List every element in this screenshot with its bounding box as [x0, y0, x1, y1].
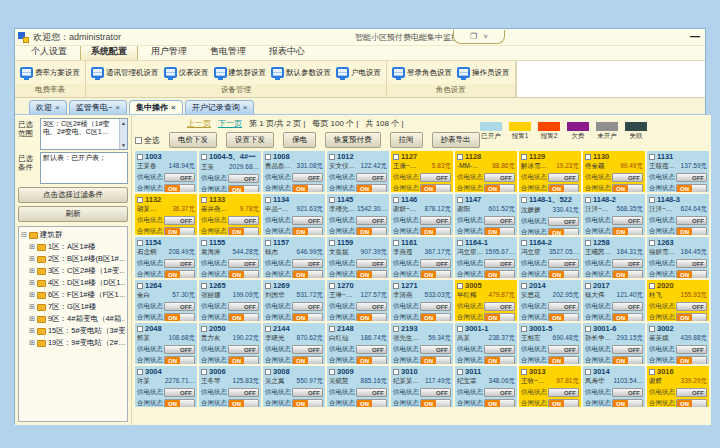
meter-checkbox[interactable]	[521, 283, 527, 289]
supply-toggle[interactable]: OFF	[164, 216, 195, 225]
meter-card[interactable]: 3013王牧~…97.81元供电状态OFF合闸状态ON	[519, 366, 581, 407]
meter-checkbox[interactable]	[329, 240, 335, 246]
supply-toggle[interactable]: OFF	[676, 173, 707, 182]
meter-card[interactable]: 3002崔英娥439.88元供电状态OFF合闸状态ON	[647, 323, 709, 364]
toolbar-button-恢复预付费[interactable]: 恢复预付费	[325, 132, 381, 148]
meter-card[interactable]: 2144李曙光870.62元供电状态OFF合闸状态ON	[263, 323, 325, 364]
supply-toggle[interactable]: OFF	[676, 302, 707, 311]
supply-toggle[interactable]: OFF	[420, 388, 451, 397]
meter-checkbox[interactable]	[649, 197, 655, 203]
meter-card[interactable]: 3001-1高某238.37元供电状态OFF合闸状态ON	[455, 323, 517, 364]
switch-toggle[interactable]: ON	[484, 356, 515, 364]
supply-toggle[interactable]: OFF	[292, 345, 323, 354]
meter-checkbox[interactable]	[137, 240, 143, 246]
expand-icon[interactable]: ⊞	[29, 253, 35, 265]
switch-toggle[interactable]: ON	[484, 313, 515, 321]
meter-card[interactable]: 1164-2冯立星3527.05…供电状态OFF合闸状态ON	[519, 237, 581, 278]
tab-close-icon[interactable]: ×	[115, 103, 120, 112]
meter-card[interactable]: 2014安思花202.95元供电状态OFF合闸状态ON	[519, 280, 581, 321]
selected-condition-box[interactable]: 默认表：已开户表；	[40, 152, 128, 184]
supply-toggle[interactable]: OFF	[164, 259, 195, 268]
supply-toggle[interactable]: OFF	[612, 259, 643, 268]
meter-card[interactable]: 3001-5王相宏690.48元供电状态OFF合闸状态ON	[519, 323, 581, 364]
expand-icon[interactable]: ⊞	[29, 265, 35, 277]
ribbon-button-操作员设置[interactable]: 操作员设置	[455, 65, 512, 80]
supply-toggle[interactable]: OFF	[612, 216, 643, 225]
meter-checkbox[interactable]	[457, 326, 463, 332]
meter-checkbox[interactable]	[393, 326, 399, 332]
meter-checkbox[interactable]	[265, 369, 271, 375]
meter-card[interactable]: 1133崔井燕…9.78元供电状态OFF合闸状态ON	[199, 194, 261, 235]
switch-toggle[interactable]: ON	[292, 313, 323, 321]
meter-checkbox[interactable]	[521, 369, 527, 375]
meter-card[interactable]: 1004-5、4#一王英2029.68…供电状态OFF合闸状态ON	[199, 151, 261, 192]
switch-toggle[interactable]: ON	[228, 356, 259, 364]
meter-checkbox[interactable]	[585, 326, 591, 332]
switch-toggle[interactable]: ON	[420, 184, 451, 192]
switch-toggle[interactable]: ON	[356, 227, 387, 235]
meter-card[interactable]: 1159文嘉妮907.39元供电状态OFF合闸状态ON	[327, 237, 389, 278]
supply-toggle[interactable]: OFF	[356, 345, 387, 354]
supply-toggle[interactable]: OFF	[228, 388, 259, 397]
supply-toggle[interactable]: OFF	[484, 388, 515, 397]
meter-card[interactable]: 3016谢辉339.29元供电状态OFF合闸状态ON	[647, 366, 709, 407]
expand-icon[interactable]: ⊞	[29, 313, 35, 325]
switch-toggle[interactable]: ON	[420, 356, 451, 364]
switch-toggle[interactable]: ON	[292, 270, 323, 278]
supply-toggle[interactable]: OFF	[292, 302, 323, 311]
supply-toggle[interactable]: OFF	[420, 173, 451, 182]
meter-card[interactable]: 3005毕红梅479.87元供电状态OFF合闸状态ON	[455, 280, 517, 321]
tree-item[interactable]: ⊞2区：B区1#楼(B区1#…	[21, 253, 125, 265]
switch-toggle[interactable]: ON	[228, 227, 259, 235]
tree-item[interactable]: ⊞7区：G区1#楼	[21, 301, 125, 313]
switch-toggle[interactable]: ON	[420, 313, 451, 321]
supply-toggle[interactable]: OFF	[164, 302, 195, 311]
meter-card[interactable]: 1264金白57.30元供电状态OFF合闸状态ON	[135, 280, 197, 321]
meter-card[interactable]: 2148白红仙186.74元供电状态OFF合闸状态ON	[327, 323, 389, 364]
tree-item[interactable]: ⊞15区：5#变电站（3#变…	[21, 325, 125, 337]
meter-checkbox[interactable]	[137, 283, 143, 289]
meter-checkbox[interactable]	[457, 240, 463, 246]
meter-card[interactable]: 1270王琳~…127.57元供电状态OFF合闸状态ON	[327, 280, 389, 321]
switch-toggle[interactable]: ON	[292, 399, 323, 407]
supply-toggle[interactable]: OFF	[484, 173, 515, 182]
supply-toggle[interactable]: OFF	[548, 345, 579, 354]
meter-card[interactable]: 1155袁海涛544.28元供电状态OFF合闸状态ON	[199, 237, 261, 278]
supply-toggle[interactable]: OFF	[420, 345, 451, 354]
meter-card[interactable]: 1012安文仪…122.42元供电状态OFF合闸状态ON	[327, 151, 389, 192]
supply-toggle[interactable]: OFF	[676, 216, 707, 225]
collapse-icon[interactable]: ⊟	[21, 229, 27, 241]
switch-toggle[interactable]: ON	[164, 313, 195, 321]
expand-icon[interactable]: ⊞	[29, 241, 35, 253]
switch-toggle[interactable]: ON	[548, 270, 579, 278]
tree-item[interactable]: ⊞4区：D区1#楼（D区1…	[21, 277, 125, 289]
meter-checkbox[interactable]	[521, 154, 527, 160]
meter-checkbox[interactable]	[585, 197, 591, 203]
next-page-link[interactable]: 下一页	[218, 118, 242, 129]
meter-card[interactable]: 3008吴之翼550.97元供电状态OFF合闸状态ON	[263, 366, 325, 407]
meter-checkbox[interactable]	[265, 326, 271, 332]
ribbon-button-登录角色设置[interactable]: 登录角色设置	[390, 65, 454, 80]
select-all-checkbox[interactable]	[135, 137, 142, 144]
ribbon-button-通讯管理机设置[interactable]: 通讯管理机设置	[89, 65, 161, 80]
switch-toggle[interactable]: ON	[548, 228, 579, 235]
expand-icon[interactable]: ⊞	[29, 277, 35, 289]
meter-card[interactable]: 1134申品~…921.63元供电状态OFF合闸状态ON	[263, 194, 325, 235]
meter-card[interactable]: 3004许某2276.71…供电状态OFF合闸状态ON	[135, 366, 197, 407]
ribbon-button-默认参数设置[interactable]: 默认参数设置	[269, 65, 333, 80]
scroll-down-icon[interactable]: ▼	[121, 141, 126, 149]
tab-欢迎[interactable]: 欢迎×	[29, 100, 67, 114]
supply-toggle[interactable]: OFF	[612, 388, 643, 397]
tab-开户记录查询[interactable]: 开户记录查询×	[185, 100, 255, 114]
meter-card[interactable]: 1161李燕霞367.17元供电状态OFF合闸状态ON	[391, 237, 453, 278]
switch-toggle[interactable]: ON	[356, 356, 387, 364]
meter-checkbox[interactable]	[521, 240, 527, 246]
supply-toggle[interactable]: OFF	[292, 173, 323, 182]
meter-checkbox[interactable]	[585, 283, 591, 289]
switch-toggle[interactable]: ON	[676, 313, 707, 321]
switch-toggle[interactable]: ON	[676, 356, 707, 364]
meter-checkbox[interactable]	[393, 154, 399, 160]
expand-icon[interactable]: ⊞	[29, 337, 35, 349]
expand-icon[interactable]: ⊞	[29, 325, 35, 337]
meter-checkbox[interactable]	[649, 154, 655, 160]
